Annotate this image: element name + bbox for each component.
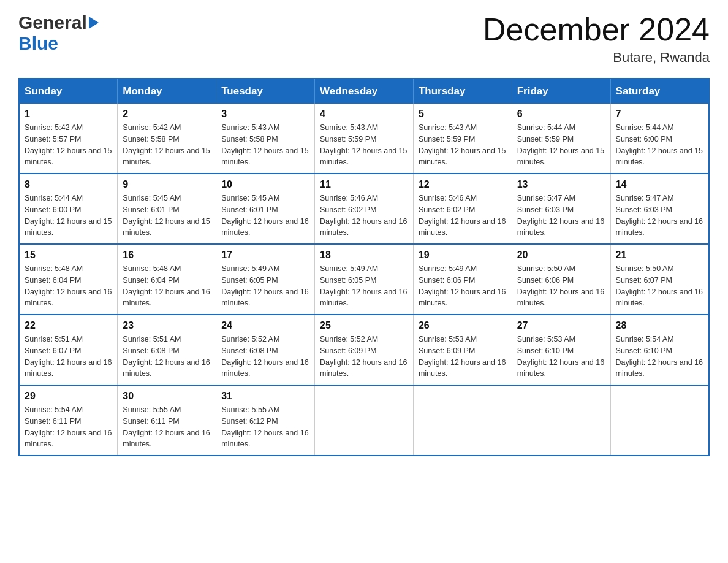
day-number: 1 (25, 109, 112, 120)
day-number: 29 (25, 391, 112, 402)
calendar-week-row: 15 Sunrise: 5:48 AM Sunset: 6:04 PM Dayl… (19, 244, 709, 315)
col-tuesday: Tuesday (216, 79, 315, 104)
calendar-day-cell: 23 Sunrise: 5:51 AM Sunset: 6:08 PM Dayl… (118, 315, 216, 385)
day-number: 16 (123, 250, 211, 261)
day-number: 15 (25, 250, 112, 261)
title-block: December 2024 Butare, Rwanda (483, 12, 710, 66)
day-info: Sunrise: 5:43 AM Sunset: 5:59 PM Dayligh… (419, 122, 507, 168)
day-info: Sunrise: 5:50 AM Sunset: 6:06 PM Dayligh… (517, 263, 605, 309)
calendar-day-cell: 25 Sunrise: 5:52 AM Sunset: 6:09 PM Dayl… (315, 315, 414, 385)
day-number: 5 (419, 109, 507, 120)
day-number: 7 (616, 109, 703, 120)
day-number: 8 (25, 179, 112, 190)
day-info: Sunrise: 5:45 AM Sunset: 6:01 PM Dayligh… (123, 193, 211, 239)
calendar-day-cell (512, 385, 610, 456)
day-info: Sunrise: 5:55 AM Sunset: 6:12 PM Dayligh… (221, 404, 309, 450)
calendar-day-cell: 22 Sunrise: 5:51 AM Sunset: 6:07 PM Dayl… (19, 315, 118, 385)
day-number: 20 (517, 250, 605, 261)
calendar-day-cell: 14 Sunrise: 5:47 AM Sunset: 6:03 PM Dayl… (610, 174, 709, 244)
day-number: 10 (221, 179, 309, 190)
day-number: 6 (517, 109, 605, 120)
day-info: Sunrise: 5:51 AM Sunset: 6:08 PM Dayligh… (123, 334, 211, 380)
month-title: December 2024 (483, 12, 710, 47)
day-info: Sunrise: 5:42 AM Sunset: 5:58 PM Dayligh… (123, 122, 211, 168)
day-info: Sunrise: 5:43 AM Sunset: 5:58 PM Dayligh… (221, 122, 309, 168)
day-info: Sunrise: 5:43 AM Sunset: 5:59 PM Dayligh… (320, 122, 408, 168)
calendar-day-cell: 5 Sunrise: 5:43 AM Sunset: 5:59 PM Dayli… (413, 104, 512, 174)
day-number: 3 (221, 109, 309, 120)
calendar-day-cell: 11 Sunrise: 5:46 AM Sunset: 6:02 PM Dayl… (315, 174, 414, 244)
day-number: 28 (616, 320, 703, 331)
day-number: 13 (517, 179, 605, 190)
logo: General Blue (18, 12, 99, 54)
day-number: 2 (123, 109, 211, 120)
day-number: 30 (123, 391, 211, 402)
day-number: 12 (419, 179, 507, 190)
day-number: 23 (123, 320, 211, 331)
calendar-day-cell: 9 Sunrise: 5:45 AM Sunset: 6:01 PM Dayli… (118, 174, 216, 244)
calendar-day-cell: 17 Sunrise: 5:49 AM Sunset: 6:05 PM Dayl… (216, 244, 315, 315)
calendar-week-row: 8 Sunrise: 5:44 AM Sunset: 6:00 PM Dayli… (19, 174, 709, 244)
location-text: Butare, Rwanda (483, 50, 710, 66)
day-info: Sunrise: 5:48 AM Sunset: 6:04 PM Dayligh… (123, 263, 211, 309)
day-info: Sunrise: 5:54 AM Sunset: 6:11 PM Dayligh… (25, 404, 112, 450)
day-info: Sunrise: 5:48 AM Sunset: 6:04 PM Dayligh… (25, 263, 112, 309)
col-sunday: Sunday (19, 79, 118, 104)
day-number: 4 (320, 109, 408, 120)
calendar-day-cell: 28 Sunrise: 5:54 AM Sunset: 6:10 PM Dayl… (610, 315, 709, 385)
calendar-day-cell: 29 Sunrise: 5:54 AM Sunset: 6:11 PM Dayl… (19, 385, 118, 456)
day-info: Sunrise: 5:44 AM Sunset: 6:00 PM Dayligh… (25, 193, 112, 239)
day-number: 19 (419, 250, 507, 261)
calendar-day-cell: 12 Sunrise: 5:46 AM Sunset: 6:02 PM Dayl… (413, 174, 512, 244)
day-number: 27 (517, 320, 605, 331)
calendar-day-cell: 15 Sunrise: 5:48 AM Sunset: 6:04 PM Dayl… (19, 244, 118, 315)
day-number: 9 (123, 179, 211, 190)
day-info: Sunrise: 5:54 AM Sunset: 6:10 PM Dayligh… (616, 334, 703, 380)
col-friday: Friday (512, 79, 610, 104)
day-info: Sunrise: 5:44 AM Sunset: 5:59 PM Dayligh… (517, 122, 605, 168)
day-number: 26 (419, 320, 507, 331)
day-info: Sunrise: 5:55 AM Sunset: 6:11 PM Dayligh… (123, 404, 211, 450)
col-thursday: Thursday (413, 79, 512, 104)
calendar-day-cell: 16 Sunrise: 5:48 AM Sunset: 6:04 PM Dayl… (118, 244, 216, 315)
day-info: Sunrise: 5:49 AM Sunset: 6:06 PM Dayligh… (419, 263, 507, 309)
page-header: General Blue December 2024 Butare, Rwand… (18, 12, 710, 66)
day-info: Sunrise: 5:53 AM Sunset: 6:10 PM Dayligh… (517, 334, 605, 380)
calendar-table: Sunday Monday Tuesday Wednesday Thursday… (18, 78, 710, 456)
calendar-day-cell: 31 Sunrise: 5:55 AM Sunset: 6:12 PM Dayl… (216, 385, 315, 456)
calendar-day-cell: 7 Sunrise: 5:44 AM Sunset: 6:00 PM Dayli… (610, 104, 709, 174)
calendar-week-row: 1 Sunrise: 5:42 AM Sunset: 5:57 PM Dayli… (19, 104, 709, 174)
logo-blue-text: Blue (18, 33, 58, 54)
day-info: Sunrise: 5:42 AM Sunset: 5:57 PM Dayligh… (25, 122, 112, 168)
calendar-day-cell: 4 Sunrise: 5:43 AM Sunset: 5:59 PM Dayli… (315, 104, 414, 174)
day-number: 31 (221, 391, 309, 402)
day-info: Sunrise: 5:51 AM Sunset: 6:07 PM Dayligh… (25, 334, 112, 380)
calendar-day-cell: 19 Sunrise: 5:49 AM Sunset: 6:06 PM Dayl… (413, 244, 512, 315)
calendar-day-cell: 13 Sunrise: 5:47 AM Sunset: 6:03 PM Dayl… (512, 174, 610, 244)
day-info: Sunrise: 5:46 AM Sunset: 6:02 PM Dayligh… (320, 193, 408, 239)
day-info: Sunrise: 5:53 AM Sunset: 6:09 PM Dayligh… (419, 334, 507, 380)
day-number: 18 (320, 250, 408, 261)
calendar-day-cell: 1 Sunrise: 5:42 AM Sunset: 5:57 PM Dayli… (19, 104, 118, 174)
logo-general-text: General (18, 12, 87, 33)
day-info: Sunrise: 5:52 AM Sunset: 6:09 PM Dayligh… (320, 334, 408, 380)
day-number: 22 (25, 320, 112, 331)
day-info: Sunrise: 5:49 AM Sunset: 6:05 PM Dayligh… (221, 263, 309, 309)
day-info: Sunrise: 5:50 AM Sunset: 6:07 PM Dayligh… (616, 263, 703, 309)
col-wednesday: Wednesday (315, 79, 414, 104)
calendar-day-cell: 24 Sunrise: 5:52 AM Sunset: 6:08 PM Dayl… (216, 315, 315, 385)
day-info: Sunrise: 5:46 AM Sunset: 6:02 PM Dayligh… (419, 193, 507, 239)
calendar-day-cell: 6 Sunrise: 5:44 AM Sunset: 5:59 PM Dayli… (512, 104, 610, 174)
calendar-day-cell: 30 Sunrise: 5:55 AM Sunset: 6:11 PM Dayl… (118, 385, 216, 456)
day-number: 14 (616, 179, 703, 190)
calendar-day-cell: 18 Sunrise: 5:49 AM Sunset: 6:05 PM Dayl… (315, 244, 414, 315)
day-number: 21 (616, 250, 703, 261)
col-saturday: Saturday (610, 79, 709, 104)
day-info: Sunrise: 5:49 AM Sunset: 6:05 PM Dayligh… (320, 263, 408, 309)
logo-arrow-icon (89, 17, 99, 29)
day-number: 11 (320, 179, 408, 190)
day-info: Sunrise: 5:44 AM Sunset: 6:00 PM Dayligh… (616, 122, 703, 168)
col-monday: Monday (118, 79, 216, 104)
day-info: Sunrise: 5:47 AM Sunset: 6:03 PM Dayligh… (517, 193, 605, 239)
calendar-week-row: 29 Sunrise: 5:54 AM Sunset: 6:11 PM Dayl… (19, 385, 709, 456)
